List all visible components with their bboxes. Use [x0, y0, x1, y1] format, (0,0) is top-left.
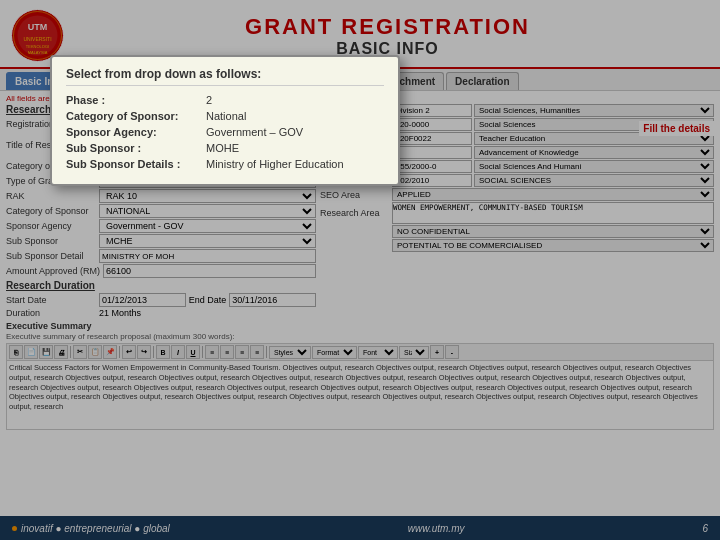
- popup-row-1: Category of Sponsor: National: [66, 110, 384, 122]
- popup-key-3: Sub Sponsor :: [66, 142, 206, 154]
- popup-key-2: Sponsor Agency:: [66, 126, 206, 138]
- popup-key-0: Phase :: [66, 94, 206, 106]
- popup-key-4: Sub Sponsor Details :: [66, 158, 206, 170]
- popup-val-4: Ministry of Higher Education: [206, 158, 344, 170]
- popup-val-0: 2: [206, 94, 212, 106]
- popup-val-2: Government – GOV: [206, 126, 303, 138]
- popup-title: Select from drop down as follows:: [66, 67, 384, 86]
- popup-row-2: Sponsor Agency: Government – GOV: [66, 126, 384, 138]
- popup-val-3: MOHE: [206, 142, 239, 154]
- popup-row-4: Sub Sponsor Details : Ministry of Higher…: [66, 158, 384, 170]
- popup-key-1: Category of Sponsor:: [66, 110, 206, 122]
- popup-overlay: Select from drop down as follows: Phase …: [0, 0, 720, 540]
- popup-row-0: Phase : 2: [66, 94, 384, 106]
- popup-row-3: Sub Sponsor : MOHE: [66, 142, 384, 154]
- popup-box: Select from drop down as follows: Phase …: [50, 55, 400, 186]
- popup-val-1: National: [206, 110, 246, 122]
